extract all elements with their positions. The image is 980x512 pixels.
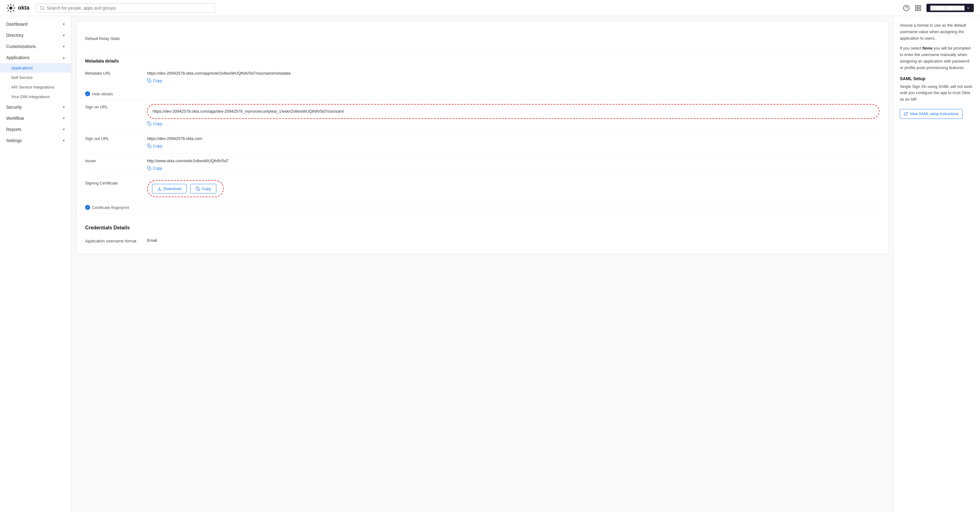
view-saml-button[interactable]: View SAML setup instructions (900, 109, 963, 119)
sidebar-item-settings[interactable]: Settings ▾ (0, 135, 71, 146)
app-username-label: Application username format (85, 238, 147, 243)
download-button[interactable]: Download (152, 184, 187, 194)
cert-fingerprint-icon: ✓ (85, 205, 90, 210)
metadata-heading-row: Metadata details (85, 50, 880, 66)
sidebar-item-applications[interactable]: Applications ▴ (0, 52, 71, 63)
sign-out-url-block: https://dev-20942578.okta.com Copy (147, 135, 880, 149)
signing-cert-row: Signing Certificate Download (85, 176, 880, 202)
right-panel-none-text: If you select None you will be prompted … (900, 45, 974, 71)
chevron-down-icon: ▾ (63, 33, 65, 37)
chevron-down-icon: ▾ (63, 138, 65, 143)
sign-on-url-value: https://dev-20942578.okta.com/app/dev-20… (153, 108, 874, 114)
signing-cert-copy-button[interactable]: Copy (190, 184, 216, 194)
metadata-url-label: Metadata URL (85, 70, 147, 76)
top-navigation: okta ████████████ (0, 0, 980, 16)
sign-out-copy-label: Copy (153, 144, 162, 148)
hide-details-label: Hide details (92, 92, 113, 96)
sign-out-url-copy-button[interactable]: Copy (147, 144, 162, 148)
issuer-copy-button[interactable]: Copy (147, 166, 162, 170)
signing-cert-block: Download Copy (147, 180, 880, 197)
download-icon (157, 187, 162, 191)
sidebar-sub-item-oin[interactable]: Your OIN Integrations (0, 92, 71, 102)
sidebar-security-label: Security (6, 105, 22, 110)
sidebar-item-customizations[interactable]: Customizations ▾ (0, 41, 71, 52)
issuer-label: Issuer (85, 158, 147, 163)
signing-cert-label: Signing Certificate (85, 180, 147, 185)
grid-icon[interactable] (915, 5, 921, 11)
copy-icon (147, 78, 151, 83)
sidebar-item-directory[interactable]: Directory ▾ (0, 30, 71, 41)
sign-on-url-label: Sign on URL (85, 104, 147, 109)
chevron-down-icon: ▾ (63, 44, 65, 49)
sidebar-settings-label: Settings (6, 138, 22, 143)
credentials-heading: Credentials Details (76, 219, 888, 234)
saml-description: Single Sign On using SAML will not work … (900, 84, 974, 103)
download-label: Download (164, 186, 181, 191)
relay-state-row: Default Relay State (85, 27, 880, 50)
issuer-value: http://www.okta.com/exkir2v8wsWUQlh9V5d7 (147, 158, 880, 164)
sidebar-sub-item-applications[interactable]: Applications (0, 63, 71, 73)
sidebar-item-security[interactable]: Security ▾ (0, 102, 71, 113)
svg-line-23 (905, 112, 907, 114)
svg-rect-16 (919, 8, 921, 10)
svg-rect-13 (916, 5, 918, 7)
sign-on-url-row: Sign on URL https://dev-20942578.okta.co… (85, 100, 880, 131)
search-bar[interactable] (36, 3, 215, 13)
svg-line-10 (43, 9, 44, 10)
okta-logo-text: okta (18, 5, 29, 11)
sidebar: Dashboard ▾ Directory ▾ Customizations ▾… (0, 16, 71, 512)
sidebar-sub-item-self-service[interactable]: Self Service (0, 73, 71, 82)
cert-fingerprint-label: Certificate fingerprint (92, 205, 129, 210)
sidebar-customizations-label: Customizations (6, 44, 36, 49)
metadata-copy-label: Copy (153, 78, 162, 83)
metadata-url-row: Metadata URL https://dev-20942578.okta.c… (85, 66, 880, 88)
svg-rect-20 (149, 167, 151, 170)
saml-details-card: Default Relay State Metadata details Met… (76, 21, 888, 254)
metadata-url-copy-button[interactable]: Copy (147, 78, 162, 83)
saml-heading: SAML Setup (900, 76, 974, 81)
metadata-heading: Metadata details (85, 54, 119, 65)
sidebar-reports-label: Reports (6, 127, 21, 132)
view-saml-label: View SAML setup instructions (910, 112, 959, 116)
right-panel-intro: choose a format to use as the default us… (900, 22, 974, 41)
copy-icon (147, 144, 151, 148)
card-body: Default Relay State Metadata details Met… (76, 21, 888, 219)
sidebar-applications-label: Applications (6, 55, 30, 60)
hide-details-toggle[interactable]: ✓ Hide details (85, 88, 880, 100)
search-input[interactable] (47, 6, 211, 11)
app-username-value: Email (147, 238, 880, 243)
relay-state-label: Default Relay State (85, 32, 147, 45)
chevron-down-icon: ▾ (63, 116, 65, 121)
main-panel: Default Relay State Metadata details Met… (71, 16, 893, 512)
copy-icon (147, 166, 151, 170)
sidebar-sub-item-api-service[interactable]: API Service Integrations (0, 82, 71, 92)
sign-on-url-copy-button[interactable]: Copy (147, 121, 162, 126)
okta-logo-icon (6, 3, 16, 13)
metadata-url-value: https://dev-20942578.okta.com/app/exkir2… (147, 70, 880, 76)
svg-rect-17 (149, 80, 151, 82)
svg-line-8 (8, 10, 9, 11)
right-panel: choose a format to use as the default us… (893, 16, 980, 512)
user-menu-button[interactable]: ████████████ (926, 4, 974, 12)
issuer-row: Issuer http://www.okta.com/exkir2v8wsWUQ… (85, 154, 880, 176)
external-link-icon (904, 112, 908, 116)
svg-rect-15 (916, 8, 918, 10)
cert-fingerprint-toggle[interactable]: ✓ Certificate fingerprint (85, 202, 880, 213)
sidebar-item-reports[interactable]: Reports ▾ (0, 124, 71, 135)
search-icon (40, 6, 44, 11)
issuer-block: http://www.okta.com/exkir2v8wsWUQlh9V5d7… (147, 158, 880, 171)
help-icon[interactable] (903, 5, 910, 11)
sign-on-url-block: https://dev-20942578.okta.com/app/dev-20… (147, 104, 880, 127)
sidebar-workflow-label: Workflow (6, 116, 24, 121)
user-name: ████████████ (930, 6, 964, 10)
svg-line-7 (13, 5, 14, 6)
svg-rect-18 (149, 123, 151, 126)
chevron-down-icon: ▾ (63, 105, 65, 109)
svg-rect-14 (919, 5, 921, 7)
sidebar-dashboard-label: Dashboard (6, 22, 27, 27)
okta-logo[interactable]: okta (6, 3, 29, 13)
sign-on-copy-label: Copy (153, 121, 162, 126)
sidebar-item-workflow[interactable]: Workflow ▾ (0, 113, 71, 124)
svg-rect-22 (197, 188, 200, 191)
sidebar-item-dashboard[interactable]: Dashboard ▾ (0, 19, 71, 30)
